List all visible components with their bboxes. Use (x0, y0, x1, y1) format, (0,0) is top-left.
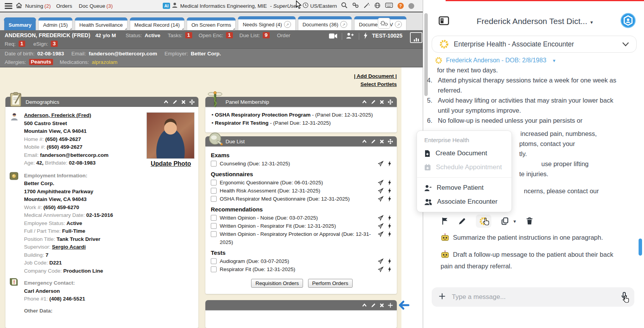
perform-bolt-icon[interactable] (388, 196, 391, 202)
due-list-count-badge[interactable]: 9 (263, 32, 270, 38)
edit-pencil-icon[interactable] (458, 218, 466, 225)
collapse-panel-arrow-icon[interactable] (398, 300, 410, 312)
send-order-icon[interactable] (378, 223, 384, 229)
close-portlet-icon[interactable] (181, 100, 186, 104)
checkbox[interactable] (211, 258, 217, 264)
menu-item-schedule-appointment[interactable]: Schedule Appointment (424, 163, 504, 171)
move-portlet-icon[interactable] (388, 139, 393, 144)
send-order-icon[interactable] (378, 161, 384, 167)
tab-summary[interactable]: Summary (4, 17, 36, 30)
sidebar-toggle-icon[interactable] (439, 16, 449, 27)
quick-action-bolt-icon[interactable] (363, 32, 368, 40)
close-portlet-icon[interactable] (380, 100, 384, 104)
supervisor-link[interactable]: Sergio Acardi (52, 244, 86, 250)
tab-documents[interactable]: Documents (36) ↗ (298, 16, 352, 30)
send-order-icon[interactable] (378, 188, 384, 194)
perform-bolt-icon[interactable] (388, 161, 391, 167)
collapse-portlet-icon[interactable] (362, 100, 367, 104)
tab-admin[interactable]: Admin (15) (38, 17, 72, 30)
add-attachment-icon[interactable] (439, 293, 446, 301)
perform-bolt-icon[interactable] (388, 188, 391, 194)
tab-medical-record[interactable]: Medical Record (14) (130, 17, 184, 30)
perform-orders-button[interactable]: Perform Orders (308, 279, 353, 288)
req-count-badge[interactable]: 1 (19, 41, 26, 47)
perform-bolt-icon[interactable] (388, 258, 391, 264)
move-portlet-icon[interactable] (388, 100, 393, 105)
update-photo-link[interactable]: Update Photo (151, 160, 191, 167)
flowsheet-chart-icon[interactable] (410, 32, 422, 43)
home-icon[interactable] (15, 2, 22, 10)
message-input[interactable] (451, 293, 616, 301)
perform-bolt-icon[interactable] (388, 266, 391, 272)
collapse-portlet-icon[interactable] (362, 303, 367, 307)
delete-trash-icon[interactable] (526, 217, 533, 225)
patient-context-link[interactable]: Frederick Anderson - DOB: 2/8/1983 ▾ (435, 57, 555, 64)
edit-portlet-icon[interactable] (371, 139, 376, 144)
checkbox[interactable] (211, 161, 217, 167)
send-order-icon[interactable] (378, 266, 384, 272)
checkbox[interactable] (211, 196, 217, 202)
search-icon[interactable] (341, 2, 348, 10)
enterprise-health-actions-icon[interactable] (476, 215, 491, 228)
hamburger-menu-icon[interactable] (5, 2, 12, 10)
checkbox[interactable] (211, 180, 217, 185)
tab-settings-gears-icon[interactable] (378, 18, 390, 29)
allergy-badge[interactable]: Peanuts (29, 59, 53, 65)
perform-bolt-icon[interactable] (388, 180, 391, 185)
flag-icon[interactable] (442, 217, 448, 225)
perform-bolt-icon[interactable] (388, 215, 391, 221)
send-order-icon[interactable] (378, 258, 384, 264)
menu-item-associate-encounter[interactable]: Associate Encounter (424, 198, 504, 206)
edit-portlet-icon[interactable] (172, 100, 177, 105)
close-portlet-icon[interactable] (380, 303, 384, 307)
send-order-icon[interactable] (378, 215, 384, 221)
order-link[interactable]: Order (277, 33, 291, 38)
checkbox[interactable] (211, 188, 217, 194)
collapse-portlet-icon[interactable] (362, 139, 367, 143)
tasks-count-badge[interactable]: 1 (185, 32, 192, 38)
medication-value[interactable]: alprazolam (92, 59, 117, 65)
chat-scrollbar-thumb[interactable] (639, 239, 642, 256)
collapse-portlet-icon[interactable] (164, 100, 169, 104)
menu-doc-queue[interactable]: Doc Queue(3) (76, 3, 115, 9)
select-portlets-link[interactable]: Select Portlets (360, 81, 397, 87)
send-order-icon[interactable] (378, 180, 384, 185)
move-portlet-icon[interactable] (388, 303, 393, 308)
menu-item-create-document[interactable]: Create Document (424, 149, 504, 157)
menu-item-remove-patient[interactable]: Remove Patient (424, 184, 504, 192)
edit-portlet-icon[interactable] (371, 303, 376, 308)
tab-needs-signed[interactable]: Needs Signed (4) ↗ (238, 16, 295, 30)
checkbox[interactable] (211, 231, 217, 237)
send-order-icon[interactable] (378, 231, 384, 237)
prompt-suggestion[interactable]: Draft a follow-up message to the patient… (441, 249, 626, 272)
keyboard-icon[interactable] (385, 3, 393, 9)
microphone-icon[interactable] (621, 292, 627, 302)
requisition-orders-button[interactable]: Requisition Orders (251, 279, 303, 288)
add-person-icon[interactable] (346, 33, 354, 40)
tab-health-surveillance[interactable]: Health Surveillance (75, 17, 127, 30)
conversation-title[interactable]: Frederick Anderson Test Dict...▾ (449, 17, 620, 26)
send-order-icon[interactable] (378, 196, 384, 202)
checkbox[interactable] (211, 266, 217, 272)
edit-portlet-icon[interactable] (371, 100, 376, 105)
external-link-icon[interactable]: ↗ (395, 21, 402, 28)
menu-orders[interactable]: Orders (53, 3, 76, 9)
perform-bolt-icon[interactable] (388, 231, 391, 237)
link-icon[interactable] (352, 2, 359, 9)
wand-icon[interactable] (363, 2, 370, 10)
close-portlet-icon[interactable] (380, 139, 384, 144)
globe-icon[interactable] (374, 2, 381, 10)
add-document-link[interactable]: | Add Document | (354, 73, 397, 79)
menu-nursing[interactable]: Nursing(2) (22, 3, 53, 9)
prompt-suggestion[interactable]: Summarize the patient instructions in on… (441, 232, 626, 243)
esign-count-badge[interactable]: 3 (51, 41, 58, 47)
external-link-icon[interactable]: ↗ (284, 21, 291, 28)
video-camera-icon[interactable] (329, 33, 337, 40)
help-icon[interactable]: ? (398, 3, 404, 9)
perform-bolt-icon[interactable] (388, 223, 391, 229)
move-portlet-icon[interactable] (189, 100, 195, 105)
open-enc-count-badge[interactable]: 1 (226, 32, 233, 38)
checkbox[interactable] (211, 223, 217, 229)
copy-icon[interactable]: ▾ (501, 217, 516, 225)
checkbox[interactable] (211, 215, 217, 221)
